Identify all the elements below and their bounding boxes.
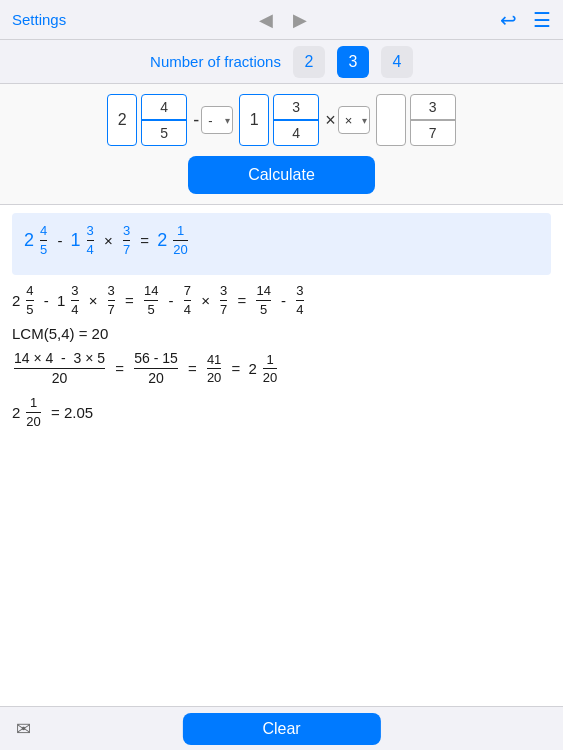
step2-row: 14 × 4 - 3 × 5 20 = 56 - 15 20 = 41 20 =…	[12, 350, 551, 387]
operator1-dropdown-wrapper[interactable]: - + × ÷	[201, 106, 233, 134]
r-op1: -	[53, 232, 66, 249]
calculate-button[interactable]: Calculate	[188, 156, 375, 194]
s2-frac2: 56 - 15 20	[134, 350, 178, 387]
fractions-bar: Number of fractions 2 3 4	[0, 40, 563, 84]
fraction3-denominator[interactable]	[411, 121, 455, 145]
fraction1-box	[141, 94, 187, 146]
r-whole2: 1	[71, 230, 81, 251]
r-frac3: 3 7	[123, 223, 130, 257]
s1-op1: -	[40, 292, 53, 309]
s1-frac5: 74	[184, 283, 191, 317]
fraction-inputs-row: - - + × ÷ × ×	[8, 94, 555, 146]
s1-op5: -	[277, 292, 290, 309]
undo-icon[interactable]: ↩	[500, 8, 517, 32]
fraction2-numerator[interactable]	[274, 95, 318, 119]
fraction-group-1	[107, 94, 187, 146]
input-area: - - + × ÷ × ×	[0, 84, 563, 205]
fraction1-numerator[interactable]	[142, 95, 186, 119]
operator2-label: ×	[325, 110, 336, 131]
s1-frac6: 37	[220, 283, 227, 317]
s1-frac8: 34	[296, 283, 303, 317]
fractions-bar-label: Number of fractions	[150, 53, 281, 70]
fraction2-whole-input[interactable]	[239, 94, 269, 146]
operator2-dropdown-wrapper[interactable]: × + - ÷	[338, 106, 370, 134]
s1-frac4: 145	[144, 283, 158, 317]
s1-whole2: 1	[57, 292, 65, 309]
s1-op4: ×	[197, 292, 214, 309]
dec-whole: 2	[12, 404, 20, 421]
clear-button[interactable]: Clear	[182, 713, 380, 745]
forward-arrow-icon[interactable]: ▶	[293, 9, 307, 31]
s1-whole1: 2	[12, 292, 20, 309]
email-icon[interactable]: ✉	[16, 718, 31, 740]
r-op2: ×	[100, 232, 117, 249]
operator-group-1: - - + × ÷	[193, 106, 233, 134]
results-area: 2 4 5 - 1 3 4 × 3 7 = 2 1	[0, 205, 563, 445]
fraction-count-4[interactable]: 4	[381, 46, 413, 78]
dec-frac: 1 20	[26, 395, 40, 429]
operator-group-2: × × + - ÷	[325, 106, 370, 134]
decimal-row: 2 1 20 = 2.05	[12, 395, 551, 429]
top-bar-right: ↩ ☰	[500, 8, 551, 32]
s1-frac3: 37	[108, 283, 115, 317]
fraction-count-2[interactable]: 2	[293, 46, 325, 78]
s1-frac7: 145	[256, 283, 270, 317]
settings-link[interactable]: Settings	[12, 11, 66, 28]
s2-frac1: 14 × 4 - 3 × 5 20	[14, 350, 105, 387]
fraction-group-3	[376, 94, 456, 146]
menu-icon[interactable]: ☰	[533, 8, 551, 32]
bottom-bar: ✉ Clear	[0, 706, 563, 750]
operator2-select[interactable]: × + - ÷	[338, 106, 370, 134]
s2-eq3: =	[227, 360, 244, 377]
fraction3-box	[410, 94, 456, 146]
r-whole1: 2	[24, 230, 34, 251]
result-summary: 2 4 5 - 1 3 4 × 3 7 = 2 1	[12, 213, 551, 275]
step1-row: 2 45 - 1 34 × 37 = 145 - 74 × 37 = 145 -	[12, 283, 551, 317]
fraction3-numerator[interactable]	[411, 95, 455, 119]
s1-frac1: 45	[26, 283, 33, 317]
top-bar-left: Settings	[12, 11, 66, 28]
s2-frac3: 41 20	[207, 352, 221, 386]
r-result-whole: 2	[157, 230, 167, 251]
s1-frac2: 34	[71, 283, 78, 317]
r-frac1: 4 5	[40, 223, 47, 257]
back-arrow-icon[interactable]: ◀	[259, 9, 273, 31]
lcm-line: LCM(5,4) = 20	[12, 325, 551, 342]
calculate-btn-wrapper: Calculate	[8, 156, 555, 194]
fraction3-whole-input[interactable]	[376, 94, 406, 146]
s1-op2: ×	[85, 292, 102, 309]
fraction1-whole-input[interactable]	[107, 94, 137, 146]
s2-result-frac: 1 20	[263, 352, 277, 386]
result-summary-row: 2 4 5 - 1 3 4 × 3 7 = 2 1	[24, 223, 539, 257]
fraction-count-3[interactable]: 3	[337, 46, 369, 78]
s1-eq1: =	[121, 292, 138, 309]
top-bar: Settings ◀ ▶ ↩ ☰	[0, 0, 563, 40]
s2-result-whole: 2	[248, 360, 256, 377]
fraction2-box	[273, 94, 319, 146]
operator1-select[interactable]: - + × ÷	[201, 106, 233, 134]
r-result-frac: 1 20	[173, 223, 187, 257]
fraction1-denominator[interactable]	[142, 121, 186, 145]
r-eq: =	[136, 232, 153, 249]
s2-eq1: =	[111, 360, 128, 377]
s2-eq2: =	[184, 360, 201, 377]
dec-eq: = 2.05	[47, 404, 93, 421]
s1-op3: -	[164, 292, 177, 309]
nav-arrows: ◀ ▶	[259, 9, 307, 31]
s1-eq2: =	[233, 292, 250, 309]
fraction-group-2	[239, 94, 319, 146]
fraction2-denominator[interactable]	[274, 121, 318, 145]
operator1-label: -	[193, 110, 199, 131]
r-frac2: 3 4	[87, 223, 94, 257]
